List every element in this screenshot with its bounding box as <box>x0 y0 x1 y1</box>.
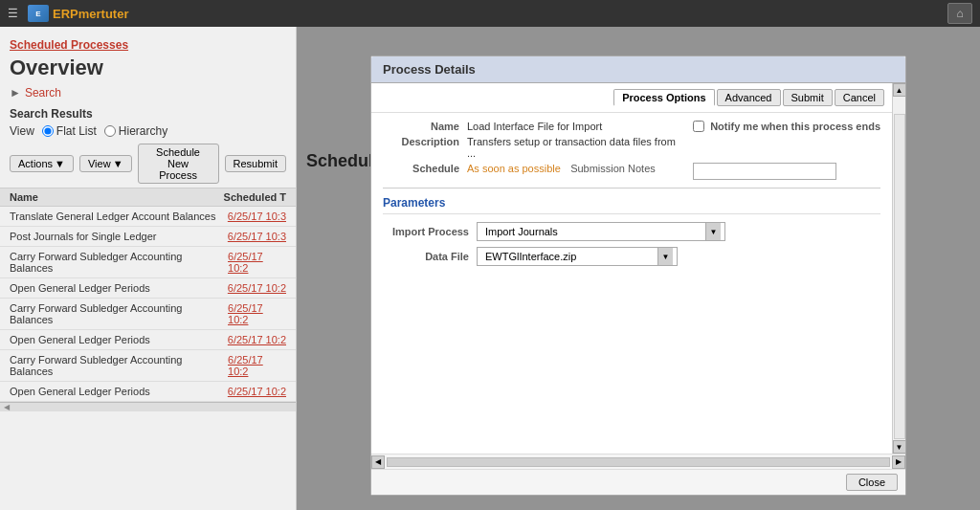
vertical-scrollbar: ▲ <box>892 83 905 113</box>
view-arrow-icon: ▼ <box>113 158 123 169</box>
name-label: Name <box>383 121 459 132</box>
process-details-modal: Process Details Process Options Advanced… <box>370 55 906 496</box>
data-file-dropdown-arrow[interactable]: ▼ <box>657 248 673 265</box>
import-process-dropdown-arrow[interactable]: ▼ <box>705 223 721 240</box>
actions-arrow-icon: ▼ <box>55 158 65 169</box>
view-row: View Flat List Hierarchy <box>0 122 296 140</box>
cancel-button[interactable]: Cancel <box>835 89 884 106</box>
data-file-select[interactable]: EWTGlInterface.zip ▼ <box>477 247 678 266</box>
modal-header: Process Details <box>371 56 905 83</box>
data-file-value: EWTGlInterface.zip <box>481 251 657 262</box>
h-scroll-track <box>387 457 890 467</box>
view-label: View <box>10 124 34 138</box>
divider <box>383 188 880 188</box>
hamburger-icon[interactable]: ☰ <box>8 7 18 20</box>
modal-backdrop: Process Details Process Options Advanced… <box>297 27 980 510</box>
close-button[interactable]: Close <box>846 474 898 491</box>
overview-heading: Overview <box>0 54 296 82</box>
scroll-left-arrow[interactable]: ◀ <box>371 455 385 469</box>
actions-row: Actions ▼ View ▼ Schedule New Process Re… <box>0 140 296 188</box>
list-item[interactable]: Carry Forward Subledger Accounting Balan… <box>0 247 296 278</box>
scroll-up-arrow[interactable]: ▲ <box>893 83 906 97</box>
process-list: Translate General Ledger Account Balance… <box>0 207 296 402</box>
description-label: Description <box>383 136 459 147</box>
search-triangle-icon: ► <box>10 86 21 100</box>
name-value: Load Interface File for Import <box>467 121 685 132</box>
home-button[interactable]: ⌂ <box>947 3 972 24</box>
horizontal-scrollbar: ◀ ▶ <box>371 454 905 469</box>
data-file-row: Data File EWTGlInterface.zip ▼ <box>383 247 880 266</box>
flat-list-radio[interactable] <box>42 125 54 137</box>
logo: E ERPmertuter <box>28 5 128 22</box>
list-item[interactable]: Open General Ledger Periods 6/25/17 10:2 <box>0 330 296 350</box>
submission-notes-input[interactable] <box>693 163 836 180</box>
scheduled-t-column-header: Scheduled T <box>224 191 286 203</box>
search-label: Search <box>25 86 61 100</box>
hierarchy-radio[interactable] <box>104 125 116 137</box>
advanced-tab[interactable]: Advanced <box>717 89 781 106</box>
import-process-value: Import Journals <box>481 226 705 237</box>
actions-button[interactable]: Actions ▼ <box>10 155 74 172</box>
search-results-label: Search Results <box>0 103 296 122</box>
list-item[interactable]: Carry Forward Subledger Accounting Balan… <box>0 299 296 330</box>
scroll-right-arrow[interactable]: ▶ <box>892 455 905 469</box>
name-column-header: Name <box>10 191 38 203</box>
scheduled-processes-link[interactable]: Scheduled Processes <box>0 34 296 54</box>
submission-notes-label: Submission Notes <box>570 163 685 174</box>
parameters-section: Parameters Import Process Import Journal… <box>383 196 880 266</box>
list-item[interactable]: Carry Forward Subledger Accounting Balan… <box>0 350 296 382</box>
list-item[interactable]: Open General Ledger Periods 6/25/17 10:2 <box>0 278 296 299</box>
search-toggle[interactable]: ► Search <box>0 82 296 103</box>
content-area: Schedule Process Process Details Process… <box>297 27 980 510</box>
import-process-label: Import Process <box>383 226 469 237</box>
schedule-label: Schedule <box>383 163 459 174</box>
import-process-row: Import Process Import Journals ▼ <box>383 222 880 241</box>
resubmit-button[interactable]: Resubmit <box>225 155 286 172</box>
notify-checkbox[interactable] <box>693 121 704 132</box>
scroll-track <box>894 114 905 439</box>
parameters-title: Parameters <box>383 196 880 214</box>
flat-list-label: Flat List <box>56 124 97 138</box>
list-item[interactable]: Post Journals for Single Ledger 6/25/17 … <box>0 227 296 247</box>
list-item[interactable]: Open General Ledger Periods 6/25/17 10:2 <box>0 382 296 402</box>
modal-close-row: Close <box>371 469 905 495</box>
data-file-label: Data File <box>383 251 469 262</box>
notify-label: Notify me when this process ends <box>710 121 880 132</box>
top-nav: ☰ E ERPmertuter ⌂ <box>0 0 980 27</box>
modal-title: Process Details <box>383 62 476 77</box>
sidebar: Scheduled Processes Overview ► Search Se… <box>0 27 297 510</box>
modal-toolbar: Process Options Advanced Submit Cancel <box>371 83 892 113</box>
main-layout: Scheduled Processes Overview ► Search Se… <box>0 27 980 510</box>
modal-body-scrollbar: ▼ <box>892 113 905 454</box>
logo-text: ERPmertuter <box>53 7 128 21</box>
description-value: Transfers setup or transaction data file… <box>467 136 685 159</box>
list-item[interactable]: Translate General Ledger Account Balance… <box>0 207 296 227</box>
flat-list-option[interactable]: Flat List <box>42 124 97 138</box>
submit-button[interactable]: Submit <box>783 89 833 106</box>
schedule-value: As soon as possible <box>467 163 563 174</box>
modal-content-area: Name Load Interface File for Import Noti… <box>371 113 892 454</box>
hierarchy-label: Hierarchy <box>119 124 167 138</box>
view-button[interactable]: View ▼ <box>79 155 132 172</box>
process-options-tab[interactable]: Process Options <box>613 89 714 106</box>
hierarchy-option[interactable]: Hierarchy <box>104 124 167 138</box>
import-process-select[interactable]: Import Journals ▼ <box>477 222 725 241</box>
schedule-new-process-button[interactable]: Schedule New Process <box>138 144 219 184</box>
scroll-left-indicator: ◀ <box>0 403 10 411</box>
scroll-down-arrow[interactable]: ▼ <box>893 440 906 454</box>
list-header: Name Scheduled T <box>0 188 296 207</box>
logo-icon: E <box>28 5 49 22</box>
modal-body: Name Load Interface File for Import Noti… <box>371 113 905 454</box>
